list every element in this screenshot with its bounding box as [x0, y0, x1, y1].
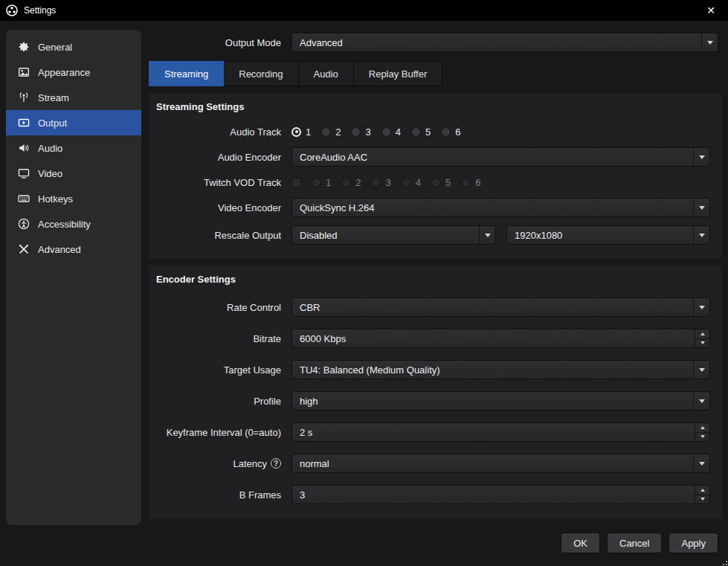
- keyframe-interval-value: 2 s: [300, 427, 312, 438]
- output-mode-select[interactable]: Advanced: [291, 33, 718, 52]
- rescale-resolution-select[interactable]: 1920x1080: [506, 225, 710, 245]
- audio-track-radio-4[interactable]: 4: [381, 126, 401, 138]
- radio-icon[interactable]: [312, 178, 321, 187]
- radio-icon[interactable]: [431, 178, 441, 187]
- sidebar-item-general[interactable]: General: [6, 34, 141, 60]
- video-encoder-label: Video Encoder: [149, 202, 291, 213]
- video-encoder-value: QuickSync H.264: [300, 202, 374, 213]
- audio-track-row: Audio Track 1 2 3 4 5 6: [149, 119, 722, 144]
- chevron-down-icon[interactable]: [693, 454, 709, 472]
- radio-icon[interactable]: [411, 127, 421, 137]
- radio-icon[interactable]: [291, 127, 301, 137]
- twitch-vod-radio-1[interactable]: 1: [312, 177, 331, 188]
- tab-replay-buffer[interactable]: Replay Buffer: [354, 61, 443, 86]
- monitor-icon: [18, 167, 30, 179]
- radio-label: 6: [475, 177, 480, 188]
- radio-icon[interactable]: [461, 178, 471, 187]
- twitch-vod-radio-5[interactable]: 5: [431, 177, 451, 188]
- tab-streaming[interactable]: Streaming: [149, 61, 224, 86]
- profile-label: Profile: [149, 396, 291, 407]
- sidebar-item-label: Hotkeys: [38, 193, 73, 205]
- radio-label: 2: [355, 177, 361, 188]
- speaker-icon: [18, 142, 30, 154]
- twitch-vod-checkbox[interactable]: [291, 178, 301, 187]
- cancel-button[interactable]: Cancel: [607, 533, 662, 553]
- sidebar-item-label: Output: [38, 118, 67, 129]
- twitch-vod-radio-2[interactable]: 2: [341, 177, 361, 188]
- radio-icon[interactable]: [371, 178, 381, 187]
- chevron-down-icon[interactable]: [693, 392, 709, 410]
- output-icon: [18, 117, 30, 129]
- sidebar-item-accessibility[interactable]: Accessibility: [6, 211, 141, 237]
- target-usage-label: Target Usage: [149, 364, 291, 376]
- audio-track-radio-3[interactable]: 3: [351, 126, 370, 138]
- twitch-vod-radio-6[interactable]: 6: [461, 177, 480, 188]
- antenna-icon: [18, 91, 30, 103]
- sidebar-item-label: Advanced: [38, 244, 81, 255]
- audio-track-radio-2[interactable]: 2: [321, 126, 341, 138]
- twitch-vod-radio-4[interactable]: 4: [402, 177, 421, 188]
- spin-up-icon[interactable]: [695, 329, 709, 339]
- sidebar-item-video[interactable]: Video: [6, 161, 141, 186]
- profile-select[interactable]: high: [291, 391, 710, 411]
- help-icon[interactable]: ?: [271, 458, 281, 469]
- radio-icon[interactable]: [351, 127, 361, 137]
- keyframe-interval-label: Keyframe Interval (0=auto): [149, 427, 291, 438]
- radio-icon[interactable]: [341, 178, 351, 187]
- keyboard-icon: [18, 193, 30, 205]
- tab-audio[interactable]: Audio: [299, 61, 354, 86]
- audio-encoder-select[interactable]: CoreAudio AAC: [291, 147, 710, 167]
- sidebar-item-hotkeys[interactable]: Hotkeys: [6, 186, 141, 211]
- latency-label: Latency: [233, 458, 267, 469]
- target-usage-select[interactable]: TU4: Balanced (Medium Quality): [291, 360, 710, 379]
- spin-down-icon[interactable]: [695, 339, 709, 348]
- tools-icon: [18, 243, 30, 255]
- radio-icon[interactable]: [381, 127, 391, 137]
- rescale-mode-select[interactable]: Disabled: [291, 225, 496, 245]
- spin-down-icon[interactable]: [695, 495, 709, 504]
- chevron-down-icon[interactable]: [693, 148, 709, 166]
- radio-label: 1: [326, 177, 331, 188]
- resize-grip[interactable]: [720, 558, 727, 565]
- keyframe-interval-spinbox[interactable]: 2 s: [291, 422, 710, 442]
- bitrate-spinbox[interactable]: 6000 Kbps: [291, 329, 710, 348]
- chevron-down-icon[interactable]: [693, 361, 709, 379]
- latency-value: normal: [300, 458, 329, 469]
- audio-track-radio-6[interactable]: 6: [441, 126, 460, 138]
- chevron-down-icon[interactable]: [693, 298, 709, 316]
- close-icon[interactable]: ✕: [700, 0, 722, 21]
- rescale-mode-value: Disabled: [300, 230, 338, 241]
- spin-up-icon[interactable]: [695, 486, 709, 495]
- video-encoder-select[interactable]: QuickSync H.264: [291, 198, 710, 217]
- audio-track-radio-1[interactable]: 1: [291, 126, 311, 138]
- dialog-footer: OK Cancel Apply: [561, 533, 718, 553]
- chevron-down-icon[interactable]: [693, 226, 709, 244]
- latency-select[interactable]: normal: [291, 454, 710, 473]
- radio-label: 5: [425, 126, 431, 138]
- ok-button[interactable]: OK: [561, 533, 600, 553]
- sidebar-item-audio[interactable]: Audio: [6, 135, 141, 161]
- spin-down-icon[interactable]: [695, 433, 709, 442]
- sidebar-item-output[interactable]: Output: [6, 110, 141, 135]
- sidebar-item-advanced[interactable]: Advanced: [6, 237, 141, 262]
- rate-control-select[interactable]: CBR: [291, 298, 710, 317]
- chevron-down-icon[interactable]: [693, 199, 709, 216]
- radio-icon[interactable]: [441, 127, 451, 137]
- radio-icon[interactable]: [402, 178, 411, 187]
- spin-up-icon[interactable]: [695, 423, 709, 433]
- radio-icon[interactable]: [321, 127, 331, 137]
- twitch-vod-radio-3[interactable]: 3: [371, 177, 390, 188]
- streaming-settings-panel: Streaming Settings Audio Track 1 2 3 4 5…: [149, 93, 722, 259]
- apply-button[interactable]: Apply: [669, 533, 718, 553]
- sidebar-item-stream[interactable]: Stream: [6, 85, 141, 110]
- chevron-down-icon[interactable]: [479, 226, 495, 244]
- sidebar-item-appearance[interactable]: Appearance: [6, 60, 141, 85]
- tab-recording[interactable]: Recording: [224, 61, 298, 86]
- audio-track-radio-5[interactable]: 5: [411, 126, 431, 138]
- sidebar-item-label: Video: [38, 168, 62, 179]
- chevron-down-icon[interactable]: [701, 33, 718, 51]
- b-frames-spinbox[interactable]: 3: [291, 485, 710, 504]
- radio-label: 3: [365, 126, 370, 138]
- output-tabs: Streaming Recording Audio Replay Buffer: [149, 61, 722, 86]
- radio-label: 4: [396, 126, 401, 138]
